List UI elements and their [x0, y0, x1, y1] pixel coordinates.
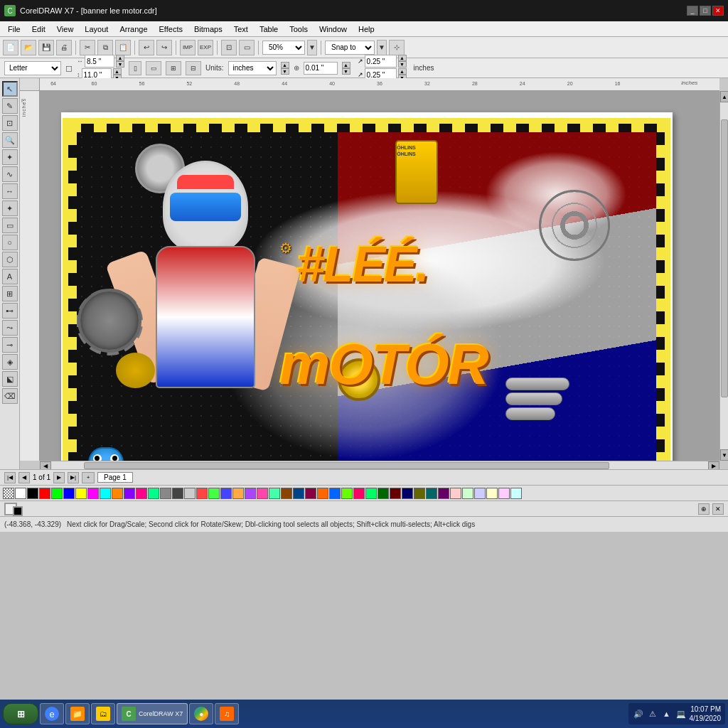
- stroke-color-square[interactable]: [13, 506, 23, 516]
- page-layout-btn[interactable]: ⊞: [166, 61, 181, 75]
- page-orientation-landscape[interactable]: ▭: [146, 61, 161, 75]
- export-button[interactable]: EXP: [198, 40, 213, 55]
- smart-fill-tool[interactable]: ⬕: [2, 371, 18, 387]
- view-button1[interactable]: ⊡: [221, 40, 237, 55]
- snap-select[interactable]: Snap to: [325, 41, 375, 55]
- ox-up[interactable]: ▲: [398, 55, 407, 61]
- start-button[interactable]: ⊞: [3, 703, 38, 724]
- page-last-btn[interactable]: ▶|: [68, 472, 79, 483]
- open-button[interactable]: 📂: [21, 40, 36, 55]
- menu-view[interactable]: View: [52, 23, 79, 35]
- coreldraw-taskbar-btn[interactable]: C CorelDRAW X7: [117, 703, 188, 724]
- page-add-btn[interactable]: +: [82, 472, 95, 483]
- import-button[interactable]: IMP: [180, 40, 196, 55]
- undo-button[interactable]: ↩: [139, 40, 154, 55]
- color-swatch-chartreuse[interactable]: [341, 488, 353, 499]
- tray-icon-4[interactable]: 💻: [675, 708, 687, 719]
- table-tool[interactable]: ⊞: [2, 286, 18, 301]
- color-swatch-maroon[interactable]: [305, 488, 316, 499]
- arrow-tool[interactable]: ↖: [2, 81, 18, 97]
- canvas-page[interactable]: ÖHLINSÖHLINS #LÉÉ.: [61, 112, 673, 461]
- tray-icon-1[interactable]: 🔊: [633, 708, 644, 719]
- freehand-tool[interactable]: ✎: [2, 98, 18, 114]
- color-swatch-dkgreen[interactable]: [378, 488, 389, 499]
- color-swatch-lred[interactable]: [196, 488, 208, 499]
- color-swatch-lightcyan[interactable]: [510, 488, 522, 499]
- color-swatch-gray[interactable]: [160, 488, 171, 499]
- scroll-left-btn[interactable]: ◀: [40, 461, 51, 469]
- color-swatch-navy[interactable]: [293, 488, 304, 499]
- color-swatch-red[interactable]: [39, 488, 50, 499]
- color-swatch-darkorange[interactable]: [317, 488, 328, 499]
- scroll-right-btn[interactable]: ▶: [708, 461, 719, 469]
- offset-x-input[interactable]: [365, 55, 397, 68]
- banner-container[interactable]: ÖHLINSÖHLINS #LÉÉ.: [63, 118, 670, 461]
- snap-dropdown[interactable]: ▼: [377, 40, 387, 55]
- cut-button[interactable]: ✂: [80, 40, 95, 55]
- rectangle-tool[interactable]: ▭: [2, 218, 18, 233]
- eraser-tool[interactable]: ⌫: [2, 388, 18, 404]
- color-action-btn1[interactable]: ⊕: [698, 503, 710, 515]
- page-next-btn[interactable]: ▶: [53, 472, 65, 483]
- no-fill-swatch[interactable]: [3, 488, 14, 499]
- color-swatch-lgreen[interactable]: [208, 488, 220, 499]
- page-first-btn[interactable]: |◀: [4, 472, 16, 483]
- color-swatch-cyan[interactable]: [100, 488, 111, 499]
- paper-size-select[interactable]: Letter A4 A3: [4, 61, 61, 75]
- menu-tools[interactable]: Tools: [284, 23, 313, 35]
- menu-text[interactable]: Text: [229, 23, 253, 35]
- color-swatch-blue[interactable]: [63, 488, 75, 499]
- color-swatch-lime[interactable]: [51, 488, 63, 499]
- menu-window[interactable]: Window: [314, 23, 352, 35]
- scroll-thumb-v[interactable]: [721, 119, 728, 397]
- app6-taskbar-btn[interactable]: ♫: [215, 703, 239, 724]
- menu-edit[interactable]: Edit: [27, 23, 50, 35]
- color-swatch-aqua[interactable]: [269, 488, 280, 499]
- redo-button[interactable]: ↪: [156, 40, 172, 55]
- scroll-up-btn[interactable]: ▲: [720, 91, 728, 102]
- color-swatch-tangerine[interactable]: [232, 488, 244, 499]
- tray-icon-2[interactable]: ⚠: [647, 708, 658, 719]
- ellipse-tool[interactable]: ○: [2, 235, 18, 250]
- color-swatch-rose[interactable]: [257, 488, 268, 499]
- color-swatch-brown[interactable]: [281, 488, 292, 499]
- polygon-tool[interactable]: ⬡: [2, 252, 18, 267]
- nudge-down[interactable]: ▼: [342, 68, 350, 75]
- connector-tool[interactable]: ⤳: [2, 320, 18, 336]
- color-swatch-lavender[interactable]: [498, 488, 510, 499]
- color-swatch-lightgray[interactable]: [184, 488, 196, 499]
- scroll-track-h[interactable]: [51, 461, 708, 469]
- color-swatch-teal[interactable]: [426, 488, 437, 499]
- chrome-taskbar-btn[interactable]: ●: [189, 703, 213, 724]
- color-swatch-yellow[interactable]: [75, 488, 87, 499]
- close-button[interactable]: ✕: [712, 6, 724, 16]
- eyedropper-tool[interactable]: ✦: [2, 200, 18, 216]
- color-swatch-magenta[interactable]: [87, 488, 99, 499]
- color-swatch-springgreen[interactable]: [365, 488, 377, 499]
- crop-tool[interactable]: ⊡: [2, 115, 18, 131]
- color-swatch-dkred[interactable]: [390, 488, 401, 499]
- zoom-tool[interactable]: 🔍: [2, 132, 18, 148]
- scrollbar-vertical[interactable]: ▲ ▼: [719, 91, 728, 461]
- nudge-input[interactable]: [304, 62, 338, 75]
- color-swatch-orange[interactable]: [112, 488, 123, 499]
- minimize-button[interactable]: _: [687, 6, 698, 16]
- tray-icon-3[interactable]: ▲: [661, 708, 673, 719]
- menu-file[interactable]: File: [3, 23, 26, 35]
- page-tab-1[interactable]: Page 1: [97, 472, 133, 483]
- color-swatch-dkblue[interactable]: [402, 488, 413, 499]
- color-swatch-hotpink[interactable]: [353, 488, 365, 499]
- width-input[interactable]: [85, 55, 114, 68]
- zoom-dropdown[interactable]: ▼: [307, 40, 317, 55]
- color-swatch-mint[interactable]: [148, 488, 159, 499]
- menu-layout[interactable]: Layout: [80, 23, 113, 35]
- fill-tool[interactable]: ◈: [2, 354, 18, 370]
- color-swatch-olive[interactable]: [414, 488, 425, 499]
- scrollbar-horizontal[interactable]: ◀ ▶: [40, 461, 719, 469]
- files-taskbar-btn[interactable]: 🗂: [91, 703, 115, 724]
- color-swatch-palegreen[interactable]: [462, 488, 473, 499]
- units-select[interactable]: inches mm cm pixels: [228, 61, 277, 75]
- new-button[interactable]: 📄: [3, 40, 18, 55]
- color-swatch-pink[interactable]: [136, 488, 147, 499]
- scroll-down-btn[interactable]: ▼: [720, 449, 728, 461]
